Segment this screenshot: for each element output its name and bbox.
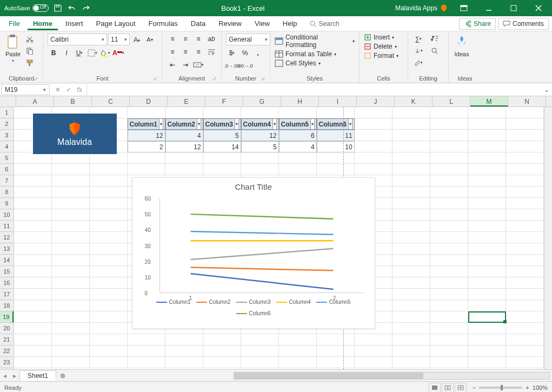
cell-C21[interactable] <box>90 334 128 346</box>
col-header-G[interactable]: G <box>243 96 281 107</box>
cell-L7[interactable] <box>430 175 468 187</box>
cell-N6[interactable] <box>506 164 544 175</box>
increase-indent-icon[interactable]: ⇥ <box>179 59 191 70</box>
cell-I21[interactable] <box>317 334 355 346</box>
chart[interactable]: Chart Title 010203040506012 Column1Colum… <box>132 177 375 329</box>
cell-K9[interactable] <box>393 198 430 209</box>
format-as-table-button[interactable]: Format as Table▾ <box>275 50 336 58</box>
col-header-N[interactable]: N <box>508 96 546 107</box>
cell-A11[interactable] <box>14 221 52 232</box>
cell-E23[interactable] <box>165 357 203 368</box>
cell-F22[interactable] <box>203 346 241 357</box>
cell-A9[interactable] <box>14 198 52 209</box>
row-header-9[interactable]: 9 <box>0 198 14 209</box>
row-header-21[interactable]: 21 <box>0 334 14 346</box>
cell-B22[interactable] <box>52 346 90 357</box>
cell-K18[interactable] <box>393 300 430 311</box>
percent-icon[interactable]: % <box>239 48 251 58</box>
cell-M1[interactable] <box>468 107 506 118</box>
page-break-view-icon[interactable] <box>455 383 467 393</box>
cell-B8[interactable] <box>52 187 90 198</box>
sort-filter-icon[interactable] <box>429 34 441 44</box>
row-header-4[interactable]: 4 <box>0 141 14 152</box>
cell-N10[interactable] <box>506 209 544 221</box>
cell-B18[interactable] <box>52 300 90 311</box>
cell-F5[interactable] <box>203 152 241 164</box>
cell-D4[interactable]: 2 <box>128 141 165 152</box>
cell-C20[interactable] <box>90 323 128 334</box>
row-header-11[interactable]: 11 <box>0 221 14 232</box>
align-center-icon[interactable]: ≡ <box>179 46 191 57</box>
cell-C5[interactable] <box>90 152 128 164</box>
cell-I3[interactable]: 11 <box>317 130 355 141</box>
sheet-tab[interactable]: Sheet1 <box>19 370 56 381</box>
cell-M15[interactable] <box>468 266 506 277</box>
cell-A15[interactable] <box>14 266 52 277</box>
cell-D23[interactable] <box>128 357 165 368</box>
font-color-button[interactable]: A▾ <box>112 48 124 58</box>
cell-M17[interactable] <box>468 289 506 300</box>
cell-L23[interactable] <box>430 357 468 368</box>
cell-L2[interactable] <box>430 118 468 130</box>
conditional-formatting-button[interactable]: Conditional Formatting▾ <box>275 34 355 49</box>
col-header-B[interactable]: B <box>54 96 92 107</box>
cell-H6[interactable] <box>279 164 317 175</box>
cell-I5[interactable] <box>317 152 355 164</box>
cell-D22[interactable] <box>128 346 165 357</box>
ideas-button[interactable]: Ideas <box>453 34 470 58</box>
comma-icon[interactable]: , <box>252 48 264 58</box>
cell-L9[interactable] <box>430 198 468 209</box>
fill-icon[interactable]: ▾ <box>413 45 424 56</box>
cell-C22[interactable] <box>90 346 128 357</box>
cell-K3[interactable] <box>393 130 430 141</box>
cell-N16[interactable] <box>506 277 544 289</box>
cell-K11[interactable] <box>393 221 430 232</box>
cell-N7[interactable] <box>506 175 544 187</box>
cell-A13[interactable] <box>14 243 52 255</box>
cell-N14[interactable] <box>506 255 544 266</box>
cell-C12[interactable] <box>90 232 128 243</box>
add-sheet-button[interactable]: ⊕ <box>56 372 69 380</box>
cell-L19[interactable] <box>430 311 468 323</box>
cell-L15[interactable] <box>430 266 468 277</box>
cell-J6[interactable] <box>355 164 393 175</box>
cell-B23[interactable] <box>52 357 90 368</box>
tab-insert[interactable]: Insert <box>60 17 89 30</box>
zoom-slider[interactable] <box>479 387 522 389</box>
cell-C15[interactable] <box>90 266 128 277</box>
cell-I2[interactable]: Column6▾ <box>317 118 355 130</box>
row-header-7[interactable]: 7 <box>0 175 14 187</box>
cell-B14[interactable] <box>52 255 90 266</box>
row-header-14[interactable]: 14 <box>0 255 14 266</box>
undo-icon[interactable] <box>67 3 77 13</box>
share-button[interactable]: Share <box>459 18 496 30</box>
cell-K19[interactable] <box>393 311 430 323</box>
cell-I6[interactable] <box>317 164 355 175</box>
row-header-6[interactable]: 6 <box>0 164 14 175</box>
cell-D5[interactable] <box>128 152 165 164</box>
cell-J1[interactable] <box>355 107 393 118</box>
cell-M13[interactable] <box>468 243 506 255</box>
cell-F3[interactable]: 5 <box>203 130 241 141</box>
search-box[interactable]: Search <box>305 19 344 29</box>
cell-N1[interactable] <box>506 107 544 118</box>
cell-M22[interactable] <box>468 346 506 357</box>
cell-N5[interactable] <box>506 152 544 164</box>
cell-N11[interactable] <box>506 221 544 232</box>
cell-N15[interactable] <box>506 266 544 277</box>
cell-L11[interactable] <box>430 221 468 232</box>
cell-H2[interactable]: Column5▾ <box>279 118 317 130</box>
cell-A6[interactable] <box>14 164 52 175</box>
cell-E4[interactable]: 12 <box>165 141 203 152</box>
cell-L4[interactable] <box>430 141 468 152</box>
cell-N2[interactable] <box>506 118 544 130</box>
formula-input[interactable] <box>87 83 541 96</box>
cell-L17[interactable] <box>430 289 468 300</box>
name-box[interactable]: M19▾ <box>1 84 50 95</box>
find-select-icon[interactable] <box>429 45 441 56</box>
col-header-C[interactable]: C <box>92 96 130 107</box>
col-header-E[interactable]: E <box>168 96 205 107</box>
cell-B9[interactable] <box>52 198 90 209</box>
format-painter-button[interactable] <box>24 57 36 68</box>
select-all-corner[interactable] <box>0 96 16 107</box>
